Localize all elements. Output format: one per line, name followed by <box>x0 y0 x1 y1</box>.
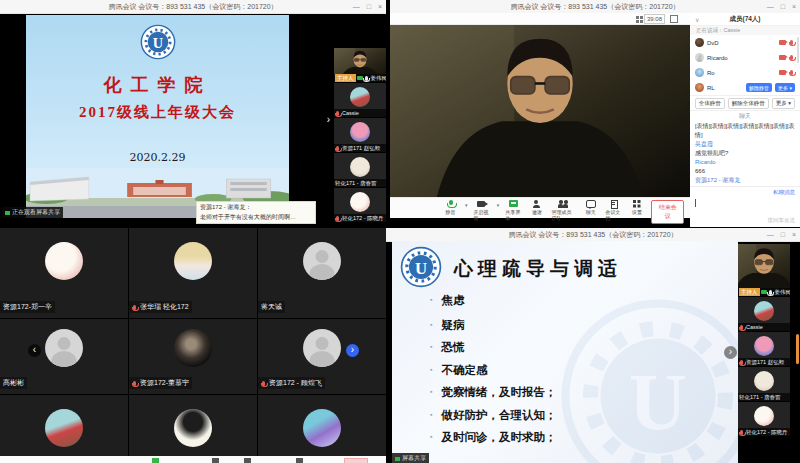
avatar <box>303 242 341 280</box>
video-tile[interactable] <box>258 395 386 456</box>
speaker-webcam-video[interactable] <box>390 25 690 197</box>
participant-strip: 主持人 姜伟民 Cassie 资源171 赵弘毅 轻化171 - 唐春雷 <box>334 48 386 223</box>
video-tile[interactable]: 轻化172 - 陈晓丹 <box>738 402 790 436</box>
panel-speaker-view: 腾讯会议 会议号：893 531 435（会议密码：201720） — □ × … <box>390 0 800 227</box>
clipped-toolbar <box>0 456 386 463</box>
video-options-caret[interactable]: ▾ <box>497 202 500 208</box>
minimize-button[interactable]: — <box>767 231 774 238</box>
member-row[interactable]: Ricardo <box>690 50 800 65</box>
manage-members-button[interactable]: 管理成员(74) <box>551 200 576 221</box>
members-footer: 全体静音 解除全体静音 更多 ▾ <box>690 95 800 110</box>
video-tile[interactable]: 资源171 赵弘毅 <box>738 332 790 366</box>
video-tile-host[interactable]: 主持人 姜伟民 <box>334 48 386 82</box>
slide-title: 心理疏导与调适 <box>454 256 622 282</box>
avatar <box>754 406 774 426</box>
member-name: Ro <box>707 70 715 76</box>
mic-options-caret[interactable]: ▾ <box>465 202 468 208</box>
screen-share-icon <box>508 200 519 208</box>
video-tile[interactable]: 轻化171 - 唐春雷 <box>334 153 386 187</box>
video-tile[interactable]: Cassie <box>738 297 790 331</box>
private-chat-link[interactable]: 私聊消息 <box>773 189 795 196</box>
video-tile[interactable]: 资源172 - 顾煌飞 › <box>258 319 386 394</box>
participant-name: 轻化172 - 陈晓丹 <box>746 428 788 436</box>
document-icon <box>608 200 619 208</box>
minimize-button[interactable]: — <box>353 3 360 10</box>
video-tile[interactable]: 资源171 赵弘毅 <box>334 118 386 152</box>
mute-button[interactable]: 静音 <box>442 200 459 215</box>
member-row[interactable]: Ro <box>690 65 800 80</box>
avatar <box>754 301 774 321</box>
avatar <box>695 53 704 62</box>
participant-strip: 主持人 姜伟民 Cassie 资源171 赵弘毅 轻化171 - 唐春雷 <box>738 244 790 437</box>
fullscreen-icon[interactable] <box>670 15 678 23</box>
chat-message-text: 感觉很乱吧? <box>695 149 795 158</box>
maximize-button[interactable]: □ <box>781 3 785 10</box>
university-logo-icon <box>400 246 442 288</box>
panel-psych-slide: 腾讯会议 会议号：893 531 435（会议密码：201720） — □ × … <box>386 228 800 463</box>
video-tile[interactable]: Cassie <box>334 83 386 117</box>
close-button[interactable]: × <box>378 3 382 10</box>
scrollbar[interactable] <box>797 37 799 63</box>
close-button[interactable]: × <box>792 231 796 238</box>
toolbar-icon <box>296 458 303 463</box>
member-more-button[interactable]: 更多 ▾ <box>775 83 795 92</box>
video-tile[interactable]: 资源172-郑一辛 <box>0 228 128 318</box>
chat-sender: 吴盘霞 <box>695 140 795 149</box>
member-name: DvD <box>707 40 719 46</box>
chat-bubble-sender: 资源172 - 谢海龙： <box>200 203 312 213</box>
screenshot-canvas: 腾讯会议 会议号：893 531 435（会议密码：201720） — □ × … <box>0 0 800 463</box>
titlebar: 腾讯会议 会议号：893 531 435（会议密码：201720） <box>0 0 386 14</box>
prev-page-arrow[interactable]: ‹ <box>28 344 41 357</box>
video-tile[interactable]: 资源172-董慕宇 <box>129 319 257 394</box>
next-slide-arrow[interactable]: › <box>724 346 737 359</box>
chat-input-area[interactable]: 私聊消息 按回车发送 <box>690 186 800 227</box>
more-actions-button[interactable]: 更多 ▾ <box>772 98 795 109</box>
video-tile[interactable]: 蒋天诚 <box>258 228 386 318</box>
end-meeting-button[interactable] <box>344 458 368 463</box>
invite-button[interactable]: 邀请 <box>528 200 545 215</box>
bullet-text: 恐慌 <box>441 340 464 355</box>
collapse-icon[interactable]: ∨ <box>695 16 699 23</box>
unmute-member-button[interactable]: 解除静音 <box>746 83 772 92</box>
video-tile[interactable]: 高彬彬 ‹ <box>0 319 128 394</box>
bullet-text: 做好防护，合理认知； <box>441 408 556 423</box>
bullet-icon: ▪ <box>430 343 432 351</box>
share-status-icon <box>395 457 400 461</box>
chat-button[interactable]: 聊天 <box>582 200 599 215</box>
member-row[interactable]: DvD <box>690 35 800 50</box>
camera-off-icon <box>779 70 786 75</box>
video-tile[interactable]: 轻化172 - 陈晓丹 <box>334 188 386 222</box>
chat-message-text: 666 <box>695 167 795 176</box>
scrollbar-highlight[interactable] <box>796 334 799 364</box>
video-tile[interactable] <box>129 395 257 456</box>
end-meeting-button[interactable]: 结束会议 <box>651 200 684 224</box>
layout-grid-icon[interactable] <box>636 16 639 19</box>
mute-all-button[interactable]: 全体静音 <box>695 98 725 109</box>
settings-button[interactable]: 设置 <box>628 200 645 215</box>
video-tile-host[interactable]: 主持人 姜伟民 <box>738 244 790 296</box>
bullet-text: 及时问诊，及时求助； <box>441 430 556 445</box>
video-tile[interactable]: 张华瑞 轻化172 <box>129 228 257 318</box>
avatar <box>174 242 212 280</box>
member-row-hovered[interactable]: RL 解除静音 更多 ▾ <box>690 80 800 95</box>
chat-sender: Ricardo <box>695 158 795 167</box>
bullet-text: 不确定感 <box>441 363 487 378</box>
muted-mic-icon <box>740 325 743 330</box>
chat-messages[interactable]: [表情][表情][表情][表情][表情][表情][表情] 吴盘霞 感觉很乱吧? … <box>690 121 800 186</box>
maximize-button[interactable]: □ <box>367 3 371 10</box>
camera-icon <box>477 200 488 208</box>
next-page-arrow[interactable]: › <box>346 344 359 357</box>
member-name: RL <box>707 85 715 91</box>
video-tile[interactable] <box>0 395 128 456</box>
start-video-button[interactable]: 开启视频 <box>474 200 491 221</box>
video-tile[interactable]: 轻化171 - 唐春雷 <box>738 367 790 401</box>
share-screen-button[interactable]: 共享屏幕 <box>505 200 522 221</box>
meeting-docs-button[interactable]: 会议文档 <box>605 200 622 221</box>
unmute-all-button[interactable]: 解除全体静音 <box>728 98 769 109</box>
muted-mic-icon <box>133 381 136 386</box>
toolbar-icon <box>244 458 251 463</box>
close-button[interactable]: × <box>792 3 796 10</box>
participant-name: 资源171 赵弘毅 <box>746 358 784 366</box>
maximize-button[interactable]: □ <box>781 231 785 238</box>
minimize-button[interactable]: — <box>767 3 774 10</box>
